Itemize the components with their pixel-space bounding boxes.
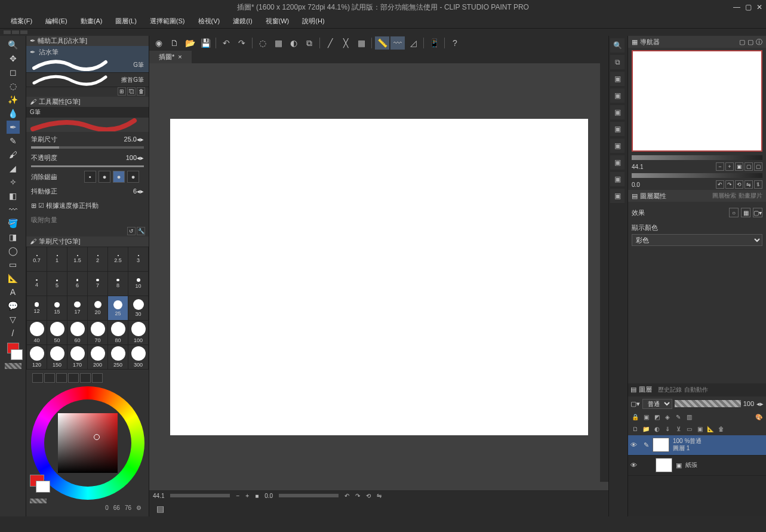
brush-size-cell[interactable]: 100 [128,321,148,345]
draft-layer-icon[interactable]: ✎ [673,413,683,422]
brush-size-cell[interactable]: 25 [108,296,128,320]
zoom-print-icon[interactable]: ▢ [754,162,762,171]
brush-size-cell[interactable]: 150 [47,345,67,369]
tool-gradient[interactable]: ◨ [7,230,20,244]
new-layer-icon[interactable]: 🗋 [630,425,640,434]
brush-size-cell[interactable]: 120 [27,345,47,369]
menu-layer[interactable]: 圖層(L) [109,16,142,27]
maximize-button[interactable]: ▢ [745,3,752,11]
crop-icon[interactable]: ⧉ [302,36,316,50]
tool-eyedropper[interactable]: 💧 [7,107,20,120]
rotation-slider[interactable] [279,494,339,497]
brush-size-cell[interactable]: 250 [108,345,128,369]
menu-filter[interactable]: 濾鏡(I) [227,16,258,27]
tab-auto-action[interactable]: 自動動作 [684,386,708,394]
subtool-item-gpen[interactable]: G筆 [26,59,149,73]
new-correction-icon[interactable]: ◐ [652,425,662,434]
snap-grid-icon[interactable]: ▦ [354,36,368,50]
lock-pixel-icon[interactable]: ▣ [641,413,651,422]
color-tab-set[interactable] [56,373,67,383]
delete-layer-icon[interactable]: 🗑 [716,425,726,434]
menu-edit[interactable]: 編輯(E) [39,16,73,27]
quick-material4-icon[interactable]: ▣ [610,122,625,136]
rotate-cw-icon[interactable]: ↷ [355,493,360,499]
brush-size-cell[interactable]: 3 [128,247,148,271]
zoom-fit-icreally[interactable]: ■ [255,493,259,499]
navigator-preview[interactable] [632,50,762,152]
quick-material8-icon[interactable]: ▣ [610,189,625,203]
zoom-100-icon[interactable]: ▢ [745,162,753,171]
invert-sel-icon[interactable]: ◐ [287,36,301,50]
brush-size-cell[interactable]: 170 [67,345,87,369]
layer-opacity-slider[interactable] [675,400,741,407]
tool-lasso[interactable]: ◌ [7,79,20,93]
settings-icon[interactable]: ⚙ [136,505,141,511]
menu-animation[interactable]: 動畫(A) [75,16,109,27]
effect-border-icon[interactable]: ○ [729,208,739,217]
tool-correct[interactable]: ▽ [7,313,20,326]
zoom-out-icon[interactable]: − [236,493,239,499]
brush-size-cell[interactable]: 8 [108,272,128,296]
ruler-perspective-icon[interactable]: ◿ [406,36,420,50]
prop-brush-size[interactable]: 筆刷尺寸 25.0◂▸ [26,132,149,146]
ruler-layer-icon[interactable]: 📐 [706,425,715,434]
transfer-down-icon[interactable]: ⇓ [663,425,672,434]
clip-studio-icon[interactable]: ◉ [152,36,166,50]
rotate-reset-icon[interactable]: ⟲ [366,493,371,499]
panel-tab-2[interactable]: ▢ [739,38,745,46]
navigator-header[interactable]: ▦ 導航器 ▢ ▢ ⓘ [628,36,766,48]
tab-layer-search[interactable]: 圖層檢索 [712,192,736,200]
palette-color-icon[interactable]: 🎨 [754,413,764,422]
tool-balloon[interactable]: 💬 [7,299,20,312]
quick-zoom-icon[interactable]: 🔍 [610,38,625,53]
close-icon[interactable]: × [178,53,181,60]
tab-history[interactable]: 歷史記錄 [658,386,682,394]
brush-size-cell[interactable]: 40 [27,321,47,345]
brush-size-cell[interactable]: 6 [67,272,87,296]
zoom-fit-icon[interactable]: ▣ [735,162,743,171]
menu-file[interactable]: 檔案(F) [5,16,38,27]
transparent-swatch[interactable] [5,363,21,369]
minimize-button[interactable]: — [733,3,740,11]
tool-marquee[interactable]: ◻ [7,66,20,79]
color-tab-approx[interactable] [80,373,91,383]
aa-mid[interactable]: ● [113,171,125,183]
navigator-rotate-slider[interactable] [632,173,762,178]
color-square[interactable] [58,413,118,473]
brush-size-cell[interactable]: 17 [67,296,87,320]
layers-panel-header[interactable]: ▤ 圖層 歷史記錄 自動動作 [628,383,766,396]
layer-color-chip[interactable]: ▢▾ [630,400,640,408]
qa-chip[interactable] [12,30,19,34]
brush-size-cell[interactable]: 80 [108,321,128,345]
smartphone-icon[interactable]: 📱 [427,36,441,50]
brush-size-cell[interactable]: 1.5 [67,247,87,271]
display-color-select[interactable]: 彩色 [632,234,762,246]
reset-icon[interactable]: ↺ [127,227,136,235]
aa-none[interactable]: ▪ [84,171,96,183]
quick-material7-icon[interactable]: ▣ [610,172,625,186]
tool-frame[interactable]: ▭ [7,258,20,271]
brush-size-cell[interactable]: 2 [88,247,107,271]
snap-special-icon[interactable]: ╳ [339,36,353,50]
qa-chip[interactable] [4,30,11,34]
prop-stabilization[interactable]: 抖動修正 6◂▸ [26,184,149,198]
background-color-swatch[interactable] [11,349,23,360]
scrollbar-vertical[interactable] [600,63,608,482]
navigator-zoom-slider[interactable] [632,155,762,160]
mask-icon[interactable]: ▭ [684,425,694,434]
blend-mode-select[interactable]: 普通 [642,399,672,409]
undo-icon[interactable]: ↶ [219,36,233,50]
tool-blend[interactable]: 〰 [7,203,20,216]
canvas[interactable] [170,119,588,435]
rotate-ccw-icon[interactable]: ↶ [716,180,724,189]
layer-row[interactable]: 👁✎100 %普通圖層 1 [628,435,766,456]
brush-size-cell[interactable]: 5 [47,272,67,296]
zoom-slider[interactable] [170,494,230,497]
brush-size-cell[interactable]: 30 [128,296,148,320]
tool-airbrush[interactable]: ◢ [7,162,20,175]
quick-subview-icon[interactable]: ⧉ [610,55,625,69]
save-icon[interactable]: 💾 [198,36,213,50]
bg-swatch[interactable] [36,481,50,493]
subtool-panel-header[interactable]: ✒ 輔助工具[沾水筆] [26,36,149,46]
brush-size-cell[interactable]: 300 [128,345,148,369]
